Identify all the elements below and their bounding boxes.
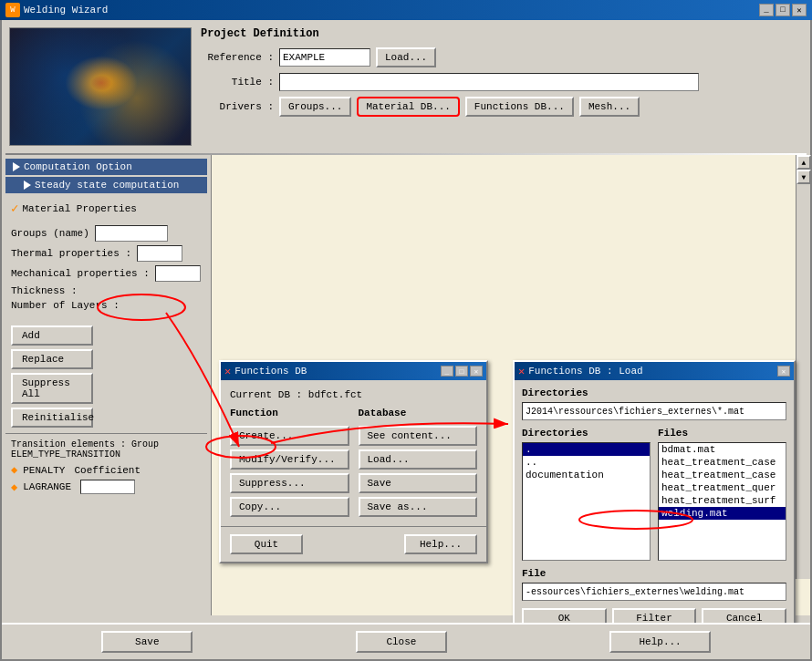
load-dialog-close[interactable]: ✕ — [777, 366, 790, 377]
transition-label: Transition elements : Group ELEM_TYPE_TR… — [11, 439, 202, 460]
current-db-info: Current DB : bdfct.fct — [230, 389, 477, 400]
maximize-button[interactable]: □ — [776, 4, 790, 16]
functions-db-close[interactable]: ✕ — [470, 366, 483, 377]
bottom-bar: Save Close Help... — [2, 623, 810, 659]
file-bdmat[interactable]: bdmat.mat — [659, 443, 786, 456]
groups-section: Groups (name) Thermal properties : Mecha… — [5, 220, 207, 320]
material-check-icon: ✓ — [11, 201, 18, 216]
dir-item-documentation[interactable]: documentation — [523, 469, 650, 481]
scroll-down-button[interactable]: ▼ — [796, 170, 811, 184]
directories-path-input[interactable] — [522, 402, 786, 420]
steady-state-item[interactable]: Steady state computation — [5, 177, 207, 193]
groups-input[interactable] — [95, 225, 168, 242]
quit-button[interactable]: Quit — [230, 534, 303, 554]
title-input[interactable] — [279, 73, 699, 91]
help-bottom-button[interactable]: Help... — [609, 631, 710, 653]
help-button[interactable]: Help... — [404, 534, 477, 554]
thermal-row: Thermal properties : — [11, 245, 202, 262]
modify-verify-button[interactable]: Modify/Verify... — [230, 449, 349, 470]
functions-db-window-controls: _ □ ✕ — [441, 366, 483, 377]
dir-item-dotdot[interactable]: .. — [523, 456, 650, 469]
save-button[interactable]: Save — [359, 473, 478, 493]
see-content-button[interactable]: See content... — [359, 426, 478, 446]
title-bar: W Welding Wizard _ □ ✕ — [0, 0, 812, 20]
file-section: File — [522, 568, 786, 601]
create-button[interactable]: Create... — [230, 426, 349, 446]
file-ht-surf[interactable]: heat_treatment_surf — [659, 494, 786, 507]
file-welding[interactable]: welding.mat — [659, 507, 786, 520]
thickness-label: Thickness : — [11, 285, 78, 296]
close-bottom-button[interactable]: Close — [356, 631, 447, 653]
thickness-row: Thickness : — [11, 285, 202, 296]
load-dialog-content: Directories Directories . .. documentati… — [515, 380, 794, 635]
lagrange-input[interactable] — [80, 480, 135, 494]
project-area: Project Definition Reference : Load... T… — [2, 20, 810, 153]
functions-db-minimize[interactable]: _ — [441, 366, 453, 377]
files-column: Files bdmat.mat heat_treatment_case heat… — [658, 428, 786, 561]
load-dialog-title-bar: ✕ Functions DB : Load ✕ — [515, 362, 794, 380]
title-row: Title : — [201, 73, 803, 91]
functions-load-dialog: ✕ Functions DB : Load ✕ Directories Dire… — [513, 360, 796, 637]
minimize-button[interactable]: _ — [759, 4, 774, 16]
functions-db-button[interactable]: Functions DB... — [465, 97, 574, 117]
action-buttons: Add Replace Suppress All Reinitialise — [5, 320, 207, 433]
suppress-all-button[interactable]: Suppress All — [11, 373, 93, 404]
functions-db-footer: Quit Help... — [221, 526, 486, 562]
penalty-diamond-icon: ◆ — [11, 463, 17, 477]
save-as-button[interactable]: Save as... — [359, 497, 478, 517]
mechanical-label: Mechanical properties : — [11, 268, 150, 279]
file-ht-quer[interactable]: heat_treatment_quer — [659, 481, 786, 494]
coefficient-label: Coefficient — [74, 465, 141, 476]
lagrange-diamond-icon: ◆ — [11, 480, 17, 494]
groups-button[interactable]: Groups... — [279, 97, 351, 117]
reference-load-button[interactable]: Load... — [376, 47, 436, 67]
files-listbox[interactable]: bdmat.mat heat_treatment_case heat_treat… — [658, 442, 786, 561]
vertical-scrollbar[interactable]: ▲ ▼ — [796, 155, 810, 579]
window-controls: _ □ ✕ — [759, 4, 807, 16]
mechanical-input[interactable] — [155, 265, 201, 282]
mechanical-row: Mechanical properties : — [11, 265, 202, 282]
sidebar: Computation Option Steady state computat… — [2, 155, 212, 615]
reference-input[interactable] — [279, 48, 370, 67]
functions-db-x-icon: ✕ — [224, 365, 231, 378]
db-columns: Function Create... Modify/Verify... Supp… — [230, 408, 477, 517]
suppress-button[interactable]: Suppress... — [230, 473, 349, 493]
load-columns: Directories . .. documentation Files bdm… — [522, 428, 786, 561]
file-ht-case1[interactable]: heat_treatment_case — [659, 456, 786, 469]
material-properties-header[interactable]: ✓ Material Properties — [5, 197, 207, 220]
title-label: Title : — [201, 77, 274, 88]
directories-column: Directories . .. documentation — [522, 428, 651, 561]
close-button[interactable]: ✕ — [792, 4, 807, 16]
drivers-label: Drivers : — [201, 101, 274, 112]
penalty-row: ◆ PENALTY Coefficient — [11, 463, 202, 477]
copy-button[interactable]: Copy... — [230, 497, 349, 517]
file-ht-case2[interactable]: heat_treatment_case — [659, 469, 786, 481]
reinitialise-button[interactable]: Reinitialise — [11, 408, 93, 428]
computation-arrow-icon — [13, 162, 20, 171]
mesh-button[interactable]: Mesh... — [579, 97, 640, 117]
transition-section: Transition elements : Group ELEM_TYPE_TR… — [5, 433, 207, 502]
database-column: Database See content... Load... Save Sav… — [359, 408, 478, 517]
load-button[interactable]: Load... — [359, 449, 478, 470]
main-window: Project Definition Reference : Load... T… — [0, 20, 812, 661]
functions-db-maximize[interactable]: □ — [455, 366, 468, 377]
project-definition: Project Definition Reference : Load... T… — [201, 27, 803, 146]
save-bottom-button[interactable]: Save — [101, 631, 193, 653]
dir-item-dot[interactable]: . — [523, 443, 650, 456]
replace-button[interactable]: Replace — [11, 349, 93, 369]
file-path-input[interactable] — [522, 583, 786, 601]
steady-state-label: Steady state computation — [35, 180, 179, 191]
thermal-label: Thermal properties : — [11, 248, 131, 259]
material-db-button[interactable]: Material DB... — [357, 97, 459, 117]
computation-option-header[interactable]: Computation Option — [5, 159, 207, 175]
layers-row: Number of Layers : — [11, 300, 202, 311]
scroll-up-button[interactable]: ▲ — [796, 155, 811, 170]
add-button[interactable]: Add — [11, 325, 93, 346]
directories-top-label: Directories — [522, 387, 786, 398]
functions-db-title-bar: ✕ Functions DB _ □ ✕ — [221, 362, 486, 380]
database-column-header: Database — [359, 408, 478, 418]
thermal-input[interactable] — [137, 245, 182, 262]
app-icon: W — [5, 3, 20, 17]
directories-listbox[interactable]: . .. documentation — [522, 442, 651, 561]
welding-image — [9, 27, 192, 146]
